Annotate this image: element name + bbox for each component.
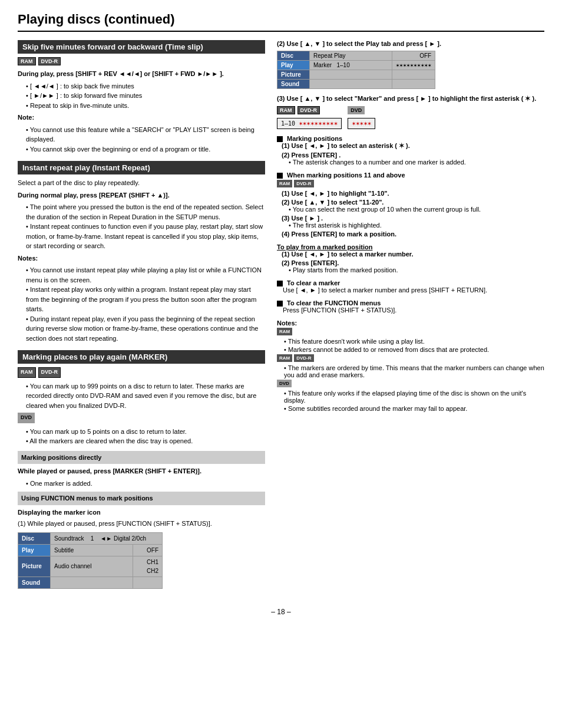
badge-ram-marker: RAM <box>18 367 36 378</box>
rmenu-cell-repeat-label: Repeat Play <box>310 51 392 61</box>
pfm-step2: (2) Press [ENTER]. Play starts from the … <box>282 259 544 274</box>
when-marking-step2-note: You can select the next group of 10 when… <box>289 206 544 213</box>
marking-bullet-icon <box>277 136 283 142</box>
menu-row-play: Play Subtitle OFF <box>18 544 163 556</box>
right-notes-badges-ram-dvdr: RAM DVD-R <box>277 354 544 362</box>
when-marking-step3-note: The first asterisk is highlighted. <box>289 222 544 229</box>
when-marking-step2: (2) Use [ ▲, ▼ ] to select "11-20". You … <box>282 199 544 213</box>
menu-cell-disc: Disc <box>18 532 51 544</box>
rmenu-cell-empty4 <box>392 70 435 80</box>
right-step3: (3) Use [ ▲, ▼ ] to select "Marker" and … <box>277 95 544 129</box>
direct-instruction: While played or paused, press [MARKER (S… <box>18 466 265 476</box>
marking-step2: (2) Press [ENTER] . The asterisk changes… <box>282 151 544 166</box>
badge-dvdr: DVD-R <box>38 57 61 65</box>
when-marking-badges: RAM DVD-R <box>277 180 544 187</box>
sub-section-function-header: Using FUNCTION menus to mark positions <box>18 492 265 505</box>
instant-note-1: You cannot use instant repeat play while… <box>26 265 265 285</box>
right-notes-dvd-list: This feature only works if the elapsed p… <box>277 390 544 412</box>
pfm-step2-note: Play starts from the marked position. <box>289 266 544 274</box>
when-marking-step2-notes: You can select the next group of 10 when… <box>282 206 544 213</box>
marker-box-dvd: ✶✶✶✶✶ <box>348 118 375 129</box>
menu-cell-sound: Sound <box>18 577 51 588</box>
menu-cell-subtitle-label: Subtitle <box>51 544 133 556</box>
right-menu-table: Disc Repeat Play OFF Play Marker 1–10 ✶✶… <box>277 51 435 89</box>
marking-positions-header: Marking positions <box>277 135 544 142</box>
rmenu-cell-sound: Sound <box>277 80 310 89</box>
clear-function-bullet-icon <box>277 301 283 307</box>
direct-bullets: One marker is added. <box>26 479 265 489</box>
sub-section-direct-header: Marking positions directly <box>18 451 265 465</box>
skip-note-2: You cannot skip over the beginning or en… <box>26 144 265 154</box>
marking-step2-label: (2) Press [ENTER] . <box>282 151 340 159</box>
right-column: (2) Use [ ▲, ▼ ] to select the Play tab … <box>277 40 544 596</box>
when-marking-step4: (4) Press [ENTER] to mark a position. <box>282 230 544 238</box>
instant-bullet-1: The point where you pressed the button i… <box>26 202 265 222</box>
marking-step1: (1) Use [ ◄, ► ] to select an asterisk (… <box>282 142 544 150</box>
right-notes-badge-ram: RAM <box>277 328 544 335</box>
play-from-marker-section: To play from a marked position (1) Use [… <box>277 243 544 274</box>
rmenu-cell-marker-label: Marker 1–10 <box>310 61 392 70</box>
instant-note-label: Notes: <box>18 253 265 263</box>
clear-marker-header: To clear a marker <box>277 279 544 286</box>
clear-function-text: Press [FUNCTION (SHIFT + STATUS)]. <box>277 307 544 314</box>
skip-bullet-1: [ ◄◄/◄ ] : to skip back five minutes <box>26 81 265 91</box>
rmenu-row-play: Play Marker 1–10 ✶✶✶✶✶✶✶✶✶✶ <box>277 61 435 70</box>
section-skip-header: Skip five minutes forward or backward (T… <box>18 40 265 54</box>
function-step1: (1) While played or paused, press [FUNCT… <box>18 519 265 529</box>
rmenu-cell-disc: Disc <box>277 51 310 61</box>
section-marker-header: Marking places to play again (MARKER) <box>18 350 265 364</box>
section-instant-header: Instant repeat play (Instant Repeat) <box>18 161 265 174</box>
right-notes-section: Notes: RAM This feature doesn't work whi… <box>277 319 544 412</box>
clear-marker-bullet-icon <box>277 281 283 286</box>
marking-step2-note: The asterisk changes to a number and one… <box>289 159 544 166</box>
when-marking-step1: (1) Use [ ◄, ► ] to highlight "1-10". <box>282 190 544 197</box>
marking-positions-steps: (1) Use [ ◄, ► ] to select an asterisk (… <box>282 142 544 166</box>
skip-bullets: [ ◄◄/◄ ] : to skip back five minutes [ ►… <box>26 81 265 111</box>
menu-cell-soundtrack: Soundtrack 1 ◄► Digital 2/0ch <box>51 532 163 544</box>
marker-bullet-dvd-1: You can mark up to 5 points on a disc to… <box>26 427 265 437</box>
marker-asterisks-ram: ✶✶✶✶✶✶✶✶✶✶ <box>299 120 338 127</box>
badge-dvdr-marker: DVD-R <box>38 367 61 378</box>
instant-note-2: Instant repeat play works only within a … <box>26 285 265 314</box>
page-number: – 18 – <box>18 608 544 616</box>
when-marking-step3: (3) Use [ ► ] . The first asterisk is hi… <box>282 215 544 229</box>
right-notes-ramdvdr-list: The markers are ordered by time. This me… <box>277 364 544 378</box>
badge-ram: RAM <box>18 57 36 65</box>
marker-bullets-dvd: You can mark up to 5 points on a disc to… <box>26 427 265 446</box>
left-column: Skip five minutes forward or backward (T… <box>18 40 265 596</box>
instant-notes: You cannot use instant repeat play while… <box>26 265 265 343</box>
marker-badge-dvd: DVD <box>18 413 265 423</box>
rmenu-row-sound: Sound <box>277 80 435 89</box>
marker-display-right: DVD ✶✶✶✶✶ <box>348 106 375 129</box>
section-skip-body: During play, press [SHIFT + REV ◄◄/◄] or… <box>18 69 265 154</box>
skip-bullet-2: [ ►/►► ] : to skip forward five minutes <box>26 91 265 101</box>
when-marking-badge-dvdr: DVD-R <box>294 180 313 187</box>
marker-badges-ram: RAM DVD-R <box>18 367 265 378</box>
marker-bullet-ram-1: You can mark up to 999 points on a disc … <box>26 381 265 411</box>
marker-bullet-dvd-2: All the markers are cleared when the dis… <box>26 436 265 446</box>
rmenu-cell-play: Play <box>277 61 310 70</box>
when-marking-bullet-icon <box>277 173 283 179</box>
right-notes-label: Notes: <box>277 319 544 327</box>
marker-badge-dvdr2: DVD-R <box>297 106 320 114</box>
marker-badge-ram2: RAM <box>277 106 295 114</box>
badge-dvd-marker: DVD <box>18 413 35 423</box>
pfm-step2-notes: Play starts from the marked position. <box>282 266 544 274</box>
page-title: Playing discs (continued) <box>18 12 544 32</box>
menu-cell-picture: Picture <box>18 556 51 577</box>
rmenu-cell-marker-val: ✶✶✶✶✶✶✶✶✶✶ <box>392 61 435 70</box>
pfm-step1: (1) Use [ ◄, ► ] to select a marker numb… <box>282 251 544 258</box>
play-from-marker-steps: (1) Use [ ◄, ► ] to select a marker numb… <box>282 251 544 274</box>
marker-display-left: RAM DVD-R 1–10 ✶✶✶✶✶✶✶✶✶✶ <box>277 106 342 129</box>
menu-row-picture: Picture Audio channel CH1 CH2 <box>18 556 163 577</box>
right-note-ram-1: This feature doesn't work while using a … <box>284 338 544 345</box>
menu-cell-empty <box>51 577 133 588</box>
instant-note-3: During instant repeat play, even if you … <box>26 314 265 344</box>
direct-bullet-1: One marker is added. <box>26 479 265 489</box>
when-marking-badge-ram: RAM <box>277 180 292 187</box>
rmenu-cell-repeat-val: OFF <box>392 51 435 61</box>
menu-cell-subtitle-val: OFF <box>133 544 163 556</box>
skip-bullet-3: Repeat to skip in five-minute units. <box>26 101 265 111</box>
right-note-dvd-1: This feature only works if the elapsed p… <box>284 390 544 404</box>
when-marking-steps: (1) Use [ ◄, ► ] to highlight "1-10". (2… <box>282 190 544 238</box>
